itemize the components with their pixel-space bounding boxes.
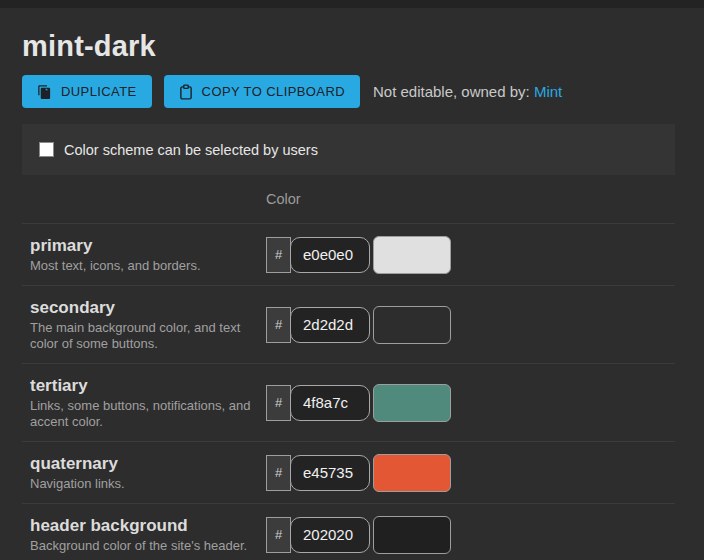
- color-value-cell: #: [266, 384, 451, 422]
- copy-pages-icon: [37, 84, 52, 100]
- color-swatch[interactable]: [373, 516, 451, 554]
- color-swatch[interactable]: [373, 306, 451, 344]
- color-role-name: tertiary: [30, 375, 252, 396]
- color-value-cell: #: [266, 454, 451, 492]
- site-header-strip: [0, 0, 704, 8]
- color-role-cell: primary Most text, icons, and borders.: [22, 235, 266, 274]
- copy-to-clipboard-button-label: COPY TO CLIPBOARD: [202, 84, 345, 99]
- table-header: Color: [22, 175, 675, 223]
- hex-prefix: #: [266, 237, 291, 273]
- hex-prefix: #: [266, 385, 291, 421]
- color-role-description: Background color of the site's header.: [30, 538, 252, 554]
- ownership-status-text: Not editable, owned by:: [373, 83, 534, 100]
- color-swatch[interactable]: [373, 454, 451, 492]
- selectable-panel: Color scheme can be selected by users: [22, 124, 675, 175]
- color-role-name: quaternary: [30, 453, 252, 474]
- table-row: secondary The main background color, and…: [22, 285, 675, 363]
- hex-prefix: #: [266, 517, 291, 553]
- table-row: tertiary Links, some buttons, notificati…: [22, 363, 675, 441]
- color-role-cell: tertiary Links, some buttons, notificati…: [22, 375, 266, 430]
- owner-link[interactable]: Mint: [534, 83, 562, 100]
- color-role-cell: secondary The main background color, and…: [22, 297, 266, 352]
- duplicate-button[interactable]: DUPLICATE: [22, 75, 152, 108]
- color-role-description: Most text, icons, and borders.: [30, 258, 252, 274]
- selectable-checkbox[interactable]: [39, 142, 54, 157]
- color-value-cell: #: [266, 306, 451, 344]
- copy-to-clipboard-button[interactable]: COPY TO CLIPBOARD: [164, 75, 360, 108]
- color-role-name: primary: [30, 235, 252, 256]
- color-role-description: The main background color, and text colo…: [30, 320, 252, 352]
- color-swatch[interactable]: [373, 384, 451, 422]
- color-role-name: header background: [30, 515, 252, 536]
- hex-input[interactable]: [290, 385, 370, 421]
- color-role-cell: header background Background color of th…: [22, 515, 266, 554]
- color-scheme-page: mint-dark DUPLICATE COPY TO CLIPBOARD No…: [0, 30, 704, 560]
- page-title: mint-dark: [22, 30, 675, 63]
- color-value-cell: #: [266, 516, 451, 554]
- toolbar: DUPLICATE COPY TO CLIPBOARD Not editable…: [22, 75, 675, 108]
- color-swatch[interactable]: [373, 236, 451, 274]
- color-role-description: Links, some buttons, notifications, and …: [30, 398, 252, 430]
- table-row: primary Most text, icons, and borders. #: [22, 223, 675, 285]
- table-row: header background Background color of th…: [22, 503, 675, 560]
- duplicate-button-label: DUPLICATE: [61, 84, 137, 99]
- color-column-header: Color: [266, 191, 301, 207]
- table-row: quaternary Navigation links. #: [22, 441, 675, 503]
- hex-prefix: #: [266, 307, 291, 343]
- color-role-name: secondary: [30, 297, 252, 318]
- ownership-status: Not editable, owned by: Mint: [373, 83, 562, 100]
- hex-input[interactable]: [290, 455, 370, 491]
- color-value-cell: #: [266, 236, 451, 274]
- hex-input[interactable]: [290, 237, 370, 273]
- hex-input[interactable]: [290, 517, 370, 553]
- hex-input[interactable]: [290, 307, 370, 343]
- clipboard-icon: [179, 84, 193, 100]
- color-role-cell: quaternary Navigation links.: [22, 453, 266, 492]
- color-role-description: Navigation links.: [30, 476, 252, 492]
- color-table-body: primary Most text, icons, and borders. #…: [22, 223, 675, 560]
- selectable-checkbox-label: Color scheme can be selected by users: [64, 142, 318, 158]
- hex-prefix: #: [266, 455, 291, 491]
